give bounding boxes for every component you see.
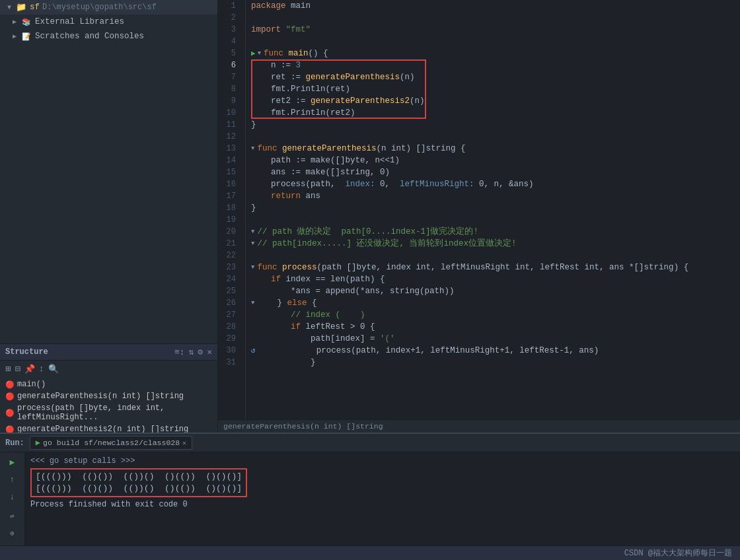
code-line-22 [251, 250, 740, 262]
run-filter-btn[interactable]: ⊕ [5, 526, 20, 540]
close-structure-icon[interactable]: ✕ [207, 347, 212, 357]
struct-item-process[interactable]: 🔴 process(path []byte, index int, leftMi… [0, 402, 217, 423]
settings-icon[interactable]: ⚙ [198, 347, 203, 357]
struct-item-generateParenthesis2[interactable]: 🔴 generateParenthesis2(n int) []string [0, 423, 217, 433]
fold-arrow-5[interactable]: ▼ [258, 48, 261, 59]
run-label: Run: [5, 438, 24, 448]
output-cmd-text: <<< go setup calls >>> [30, 455, 135, 467]
project-label: sf [30, 3, 40, 12]
struct-item-generateParenthesis[interactable]: 🔴 generateParenthesis(n int) []string [0, 390, 217, 402]
run-tab[interactable]: ▶ go build sf/newclass2/class028 ✕ [30, 436, 192, 450]
structure-title: Structure [5, 347, 48, 357]
ln-7: 7 [221, 71, 240, 83]
structure-subtoolbar: ⊞ ⊟ 📌 ↕ 🔍 [0, 361, 217, 376]
structure-header: Structure ≡↕ ⇅ ⚙ ✕ [0, 344, 217, 361]
code-line-12 [251, 131, 740, 143]
code-content[interactable]: package main import "fmt" ▶ ▼ func main(… [246, 0, 740, 419]
scroll-icon[interactable]: ↕ [39, 364, 44, 374]
ln-30: 30 [221, 345, 240, 357]
fold-arrow-21[interactable]: ▼ [251, 238, 254, 250]
sort-type-icon[interactable]: ⇅ [189, 347, 194, 357]
ln-16: 16 [221, 178, 240, 190]
run-play-btn[interactable]: ▶ [5, 455, 20, 470]
run-tab-icon: ▶ [36, 438, 40, 448]
ln-31: 31 [221, 357, 240, 368]
structure-toolbar: ≡↕ ⇅ ⚙ ✕ [174, 347, 212, 357]
struct-item-label-main: main() [17, 380, 46, 389]
code-line-13: ▼ func generateParenthesis(n int) []stri… [251, 143, 740, 155]
code-line-27: // index ( ) [251, 309, 740, 321]
fold-arrow-23[interactable]: ▼ [251, 262, 254, 273]
expand-arrow-libs: ▶ [11, 18, 18, 26]
ln-17: 17 [221, 190, 240, 202]
run-arrow-5[interactable]: ▶ [251, 48, 256, 59]
expand-arrow-sf: ▼ [5, 3, 13, 11]
output-finish-text: Process finished with exit code 0 [30, 499, 188, 510]
scratches-label: Scratches and Consoles [35, 32, 144, 41]
scratch-icon: 📝 [21, 31, 32, 42]
code-lines: 1 2 3 4 5 6 7 8 9 10 11 12 13 14 15 16 1… [218, 0, 740, 419]
collapse-all-icon[interactable]: ⊟ [15, 363, 20, 374]
structure-panel: Structure ≡↕ ⇅ ⚙ ✕ ⊞ ⊟ 📌 ↕ 🔍 🔴 main() 🔴 … [0, 343, 218, 433]
ln-26: 26 [221, 297, 240, 309]
code-line-18: } [251, 202, 740, 214]
ln-29: 29 [221, 333, 240, 345]
struct-item-label-proc: process(path []byte, index int, leftMinu… [17, 403, 212, 422]
sort-alpha-icon[interactable]: ≡↕ [174, 347, 185, 357]
run-scroll-down-btn[interactable]: ↓ [5, 489, 20, 504]
ln-3: 3 [221, 24, 240, 36]
ln-11: 11 [221, 119, 240, 131]
ln-8: 8 [221, 83, 240, 95]
ln-13: 13 [221, 143, 240, 155]
ln-19: 19 [221, 214, 240, 226]
code-line-14: path := make([]byte, n<<1) [251, 155, 740, 166]
fold-arrow-26[interactable]: ▼ [251, 297, 254, 309]
code-line-25: *ans = append(*ans, string(path)) [251, 285, 740, 297]
code-line-6: n := 3 [251, 59, 740, 71]
ln-1: 1 [221, 0, 240, 12]
filter-icon[interactable]: 🔍 [48, 364, 59, 374]
external-libs-label: External Libraries [35, 17, 124, 26]
run-content: ▶ ↑ ↓ ⇌ ⊕ 🖨 <<< go setup calls >>> [((()… [0, 452, 740, 560]
reload-icon-30: ↺ [251, 345, 256, 357]
output-result-text1: [((())) (()()) (())() ()(()) ()()()] [36, 471, 242, 483]
code-line-11: } [251, 119, 740, 131]
run-wrap-btn[interactable]: ⇌ [5, 508, 20, 523]
ln-14: 14 [221, 155, 240, 166]
structure-items: 🔴 main() 🔴 generateParenthesis(n int) []… [0, 376, 217, 433]
code-line-24: if index == len(path) { [251, 273, 740, 285]
run-tab-close[interactable]: ✕ [182, 439, 186, 447]
run-tab-label: go build sf/newclass2/class028 [43, 438, 180, 447]
sidebar-item-external-libs[interactable]: ▶ 📚 External Libraries [0, 15, 217, 29]
struct-item-main[interactable]: 🔴 main() [0, 378, 217, 390]
code-line-17: return ans [251, 190, 740, 202]
sidebar-item-sf[interactable]: ▼ 📁 sf D:\mysetup\gopath\src\sf [0, 0, 217, 15]
ln-2: 2 [221, 12, 240, 24]
fold-arrow-20[interactable]: ▼ [251, 226, 254, 238]
code-line-19 [251, 214, 740, 226]
code-line-7: ret := generateParenthesis(n) [251, 71, 740, 83]
run-sidebar: ▶ ↑ ↓ ⇌ ⊕ 🖨 [0, 452, 25, 560]
code-line-29: path[index] = '(' [251, 333, 740, 345]
struct-item-label-gen2: generateParenthesis2(n int) []string [17, 425, 188, 433]
project-path: D:\mysetup\gopath\src\sf [42, 3, 157, 12]
breadcrumb-bar: generateParenthesis(n int) []string [218, 419, 740, 433]
error-icon-proc: 🔴 [5, 409, 15, 417]
code-line-10: fmt.Println(ret2) [251, 107, 740, 119]
expand-all-icon[interactable]: ⊞ [5, 363, 11, 374]
ln-5: 5 [221, 48, 240, 59]
output-cmd-line: <<< go setup calls >>> [30, 455, 735, 467]
pin-icon[interactable]: 📌 [24, 364, 35, 374]
output-result-line2: [((())) (()()) (())() ()(()) ()()()] [36, 483, 242, 495]
sidebar-item-scratches[interactable]: ▶ 📝 Scratches and Consoles [0, 29, 217, 44]
run-scroll-up-btn[interactable]: ↑ [5, 472, 20, 487]
run-output: <<< go setup calls >>> [((())) (()()) ((… [25, 452, 740, 560]
code-line-8: fmt.Println(ret) [251, 83, 740, 95]
folder-icon: 📁 [16, 2, 26, 13]
struct-item-label-gen: generateParenthesis(n int) []string [17, 392, 184, 401]
ln-10: 10 [221, 107, 240, 119]
fold-arrow-13[interactable]: ▼ [251, 143, 254, 155]
code-line-23: ▼ func process(path []byte, index int, l… [251, 262, 740, 273]
ln-12: 12 [221, 131, 240, 143]
code-container[interactable]: 1 2 3 4 5 6 7 8 9 10 11 12 13 14 15 16 1… [218, 0, 740, 419]
